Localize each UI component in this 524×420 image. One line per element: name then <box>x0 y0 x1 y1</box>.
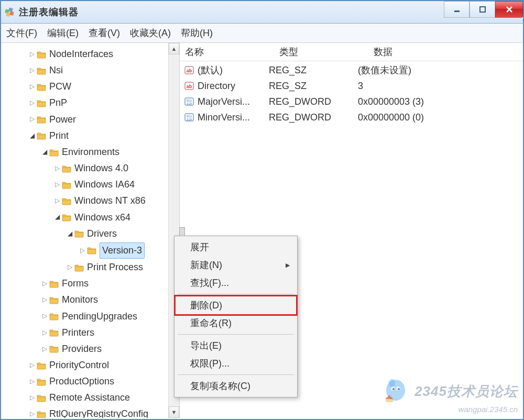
svg-rect-3 <box>9 12 14 16</box>
tree-item-label: Windows NT x86 <box>74 193 146 208</box>
expand-icon[interactable]: ▷ <box>28 49 36 59</box>
folder-icon <box>74 229 84 238</box>
expand-icon[interactable]: ▷ <box>66 262 73 272</box>
menu-help[interactable]: 帮助(H) <box>181 28 213 38</box>
cm-permissions[interactable]: 权限(P)... <box>176 355 296 372</box>
expand-icon[interactable]: ▷ <box>41 279 48 289</box>
close-button[interactable] <box>495 1 523 18</box>
folder-icon <box>37 67 46 75</box>
expand-icon[interactable]: ▷ <box>41 344 48 354</box>
expand-icon[interactable]: ▷ <box>53 180 61 190</box>
menu-edit[interactable]: 编辑(E) <box>47 28 79 38</box>
cm-copy-key-name[interactable]: 复制项名称(C) <box>176 377 296 395</box>
cm-separator <box>178 334 294 335</box>
tree-item-label: NodeInterfaces <box>49 47 113 62</box>
expand-icon[interactable]: ▷ <box>28 82 36 92</box>
expand-icon[interactable]: ▷ <box>28 360 36 370</box>
expand-icon[interactable]: ▷ <box>53 163 61 173</box>
menu-file[interactable]: 文件(F) <box>6 28 37 38</box>
tree-item[interactable]: ▷Windows NT x86 <box>3 193 179 209</box>
tree-item[interactable]: ▷PCW <box>3 79 179 95</box>
tree-item-label: PriorityControl <box>49 358 109 373</box>
tree-item[interactable]: ▷ProductOptions <box>3 373 179 390</box>
tree-item-label: PnP <box>49 95 67 110</box>
tree-item[interactable]: ▷Nsi <box>3 62 179 79</box>
tree-item-label: ProductOptions <box>49 374 114 389</box>
expand-icon[interactable]: ▷ <box>28 65 36 75</box>
svg-rect-1 <box>8 8 13 12</box>
registry-editor-window: 注册表编辑器 文件(F) 编辑(E) 查看(V) 收藏夹(A) 帮助(H) ▷N… <box>0 0 524 420</box>
tree-item[interactable]: ◢Windows x64 <box>3 209 179 226</box>
expand-icon[interactable]: ▷ <box>28 409 36 418</box>
cm-separator <box>178 374 294 375</box>
menu-favorites[interactable]: 收藏夹(A) <box>130 28 171 38</box>
tree-item[interactable]: ▷PriorityControl <box>3 357 179 373</box>
cm-export[interactable]: 导出(E) <box>176 337 296 355</box>
tree-item[interactable]: ▷Printers <box>3 325 179 341</box>
tree-item[interactable]: ▷RtlQueryRegistryConfig <box>3 406 179 418</box>
svg-text:110: 110 <box>187 118 192 121</box>
svg-rect-2 <box>6 13 10 17</box>
dword-value-icon: 011110 <box>184 112 194 123</box>
tree-item[interactable]: ▷PnP <box>3 95 179 111</box>
col-data[interactable]: 数据 <box>368 46 523 58</box>
tree-item-label: Environments <box>62 145 119 160</box>
cm-delete[interactable]: 删除(D) <box>176 296 296 314</box>
tree-item[interactable]: ▷Print Process <box>3 259 179 275</box>
menu-view[interactable]: 查看(V) <box>89 28 120 38</box>
expand-icon[interactable]: ▷ <box>79 246 86 256</box>
value-row[interactable]: 011110MajorVersi...REG_DWORD0x00000003 (… <box>180 94 523 109</box>
list-rows[interactable]: ab(默认)REG_SZ(数值未设置)abDirectoryREG_SZ3011… <box>180 61 523 125</box>
collapse-icon[interactable]: ◢ <box>28 131 36 141</box>
tree-item[interactable]: ▷Windows 4.0 <box>3 160 179 176</box>
value-name: MajorVersi... <box>198 96 269 107</box>
tree-item[interactable]: ▷Version-3 <box>3 242 179 259</box>
expand-icon[interactable]: ▷ <box>41 295 48 305</box>
col-name[interactable]: 名称 <box>180 46 274 58</box>
col-type[interactable]: 类型 <box>274 46 368 58</box>
minimize-button[interactable] <box>444 1 470 18</box>
scroll-down-button[interactable]: ▼ <box>169 406 179 418</box>
registry-tree[interactable]: ▷NodeInterfaces▷Nsi▷PCW▷PnP▷Power◢Print◢… <box>1 43 179 418</box>
tree-item[interactable]: ▷Power <box>3 112 179 128</box>
folder-icon <box>49 345 59 353</box>
value-row[interactable]: 011110MinorVersi...REG_DWORD0x00000000 (… <box>180 109 523 125</box>
maximize-button[interactable] <box>470 1 495 18</box>
folder-icon <box>37 115 46 124</box>
tree-item[interactable]: ◢Environments <box>3 144 179 160</box>
svg-text:ab: ab <box>187 68 192 73</box>
cm-find[interactable]: 查找(F)... <box>176 274 296 292</box>
tree-item[interactable]: ◢Drivers <box>3 226 179 242</box>
scroll-up-button[interactable]: ▲ <box>169 43 179 54</box>
tree-item[interactable]: ▷Monitors <box>3 292 179 308</box>
tree-pane[interactable]: ▷NodeInterfaces▷Nsi▷PCW▷PnP▷Power◢Print◢… <box>1 43 180 418</box>
cm-expand[interactable]: 展开 <box>176 238 296 256</box>
tree-item-label: Version-3 <box>100 242 145 259</box>
tree-item[interactable]: ▷Windows IA64 <box>3 176 179 193</box>
list-header[interactable]: 名称 类型 数据 <box>180 43 523 61</box>
expand-icon[interactable]: ▷ <box>28 393 36 403</box>
tree-item[interactable]: ▷Remote Assistance <box>3 390 179 406</box>
collapse-icon[interactable]: ◢ <box>66 229 73 239</box>
titlebar[interactable]: 注册表编辑器 <box>1 1 523 24</box>
expand-icon[interactable]: ▷ <box>41 311 48 321</box>
expand-icon[interactable]: ▷ <box>28 377 36 386</box>
value-type: REG_DWORD <box>269 112 358 123</box>
tree-item[interactable]: ▷Providers <box>3 341 179 357</box>
collapse-icon[interactable]: ◢ <box>53 212 61 222</box>
expand-icon[interactable]: ▷ <box>53 196 61 206</box>
folder-icon <box>87 246 96 255</box>
expand-icon[interactable]: ▷ <box>41 328 48 338</box>
tree-item[interactable]: ◢Print <box>3 128 179 144</box>
collapse-icon[interactable]: ◢ <box>41 147 48 157</box>
value-row[interactable]: abDirectoryREG_SZ3 <box>180 78 523 94</box>
cm-rename[interactable]: 重命名(R) <box>176 314 296 332</box>
cm-new[interactable]: 新建(N) ▶ <box>176 256 296 274</box>
value-row[interactable]: ab(默认)REG_SZ(数值未设置) <box>180 62 523 78</box>
tree-item[interactable]: ▷Forms <box>3 275 179 292</box>
expand-icon[interactable]: ▷ <box>28 98 36 108</box>
svg-rect-4 <box>454 10 460 12</box>
expand-icon[interactable]: ▷ <box>28 114 36 124</box>
tree-item[interactable]: ▷PendingUpgrades <box>3 308 179 325</box>
tree-item[interactable]: ▷NodeInterfaces <box>3 46 179 62</box>
